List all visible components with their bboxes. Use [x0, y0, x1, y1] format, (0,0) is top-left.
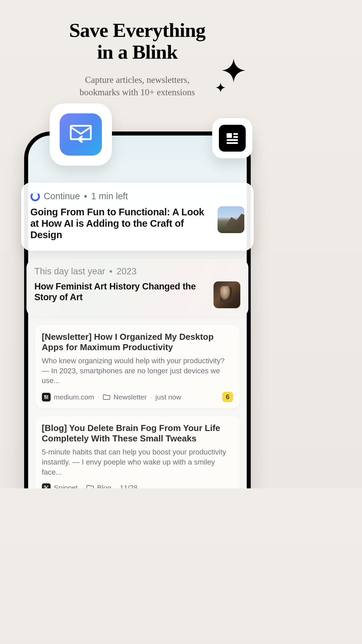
- folder-name: Newsletter: [114, 393, 147, 401]
- separator: •: [84, 191, 87, 202]
- article-title: [Newsletter] How I Organized My Desktop …: [42, 332, 233, 353]
- source-type: Snippet: [54, 484, 78, 488]
- folder-name: Blog: [97, 484, 111, 488]
- saved-time: just now: [156, 393, 181, 401]
- highlight-count-badge: 6: [222, 392, 233, 402]
- svg-rect-2: [233, 133, 238, 135]
- mail-reply-icon: [60, 113, 102, 156]
- newspaper-icon: [219, 125, 246, 152]
- sparkle-icon: [216, 83, 226, 93]
- continue-label: Continue: [44, 191, 80, 202]
- svg-rect-8: [46, 396, 48, 397]
- mail-extension-badge: [50, 103, 112, 166]
- memory-card[interactable]: This day last year • 2023 How Feminist A…: [26, 259, 248, 317]
- article-title: [Blog] You Delete Brain Fog From Your Li…: [42, 423, 233, 444]
- separator: ·: [81, 484, 83, 488]
- folder-icon: [103, 394, 110, 400]
- article-thumbnail: [214, 281, 240, 308]
- hero-title: Save Everything in a Blink: [0, 0, 275, 63]
- separator: ·: [150, 393, 152, 401]
- article-card[interactable]: [Newsletter] How I Organized My Desktop …: [35, 325, 240, 408]
- memory-label: This day last year: [35, 266, 106, 277]
- separator: ·: [115, 484, 117, 488]
- svg-rect-3: [233, 136, 238, 138]
- svg-rect-4: [227, 139, 238, 141]
- article-excerpt: Who knew organizing would help with your…: [42, 356, 233, 386]
- progress-spinner-icon: [31, 192, 40, 201]
- scissors-icon: [42, 483, 51, 488]
- separator: •: [109, 266, 112, 277]
- article-card[interactable]: [Blog] You Delete Brain Fog From Your Li…: [35, 416, 240, 488]
- separator: ·: [98, 393, 100, 401]
- article-excerpt: 5-minute habits that can help you boost …: [42, 447, 233, 477]
- article-title: Going From Fun to Functional: A Look at …: [31, 206, 212, 241]
- hero-title-line1: Save Everything: [0, 19, 275, 41]
- article-thumbnail: [218, 206, 244, 233]
- svg-rect-6: [44, 395, 46, 396]
- continue-reading-card[interactable]: Continue • 1 min left Going From Fun to …: [21, 182, 254, 251]
- saved-date: 11/28: [120, 484, 137, 488]
- newspaper-icon: [42, 393, 51, 401]
- time-remaining: 1 min left: [91, 191, 128, 202]
- article-title: How Feminist Art History Changed the Sto…: [35, 281, 208, 303]
- sparkle-icon: [222, 58, 246, 83]
- hero-sub-line2: bookmarks with 10+ extensions: [0, 86, 275, 99]
- source-domain: medium.com: [54, 393, 94, 401]
- folder-icon: [86, 485, 94, 488]
- svg-rect-9: [44, 397, 48, 398]
- svg-rect-1: [227, 133, 232, 138]
- svg-rect-5: [227, 142, 238, 144]
- svg-rect-10: [44, 398, 48, 399]
- svg-rect-7: [46, 395, 48, 396]
- memory-year: 2023: [117, 266, 137, 277]
- news-extension-badge: [212, 118, 252, 158]
